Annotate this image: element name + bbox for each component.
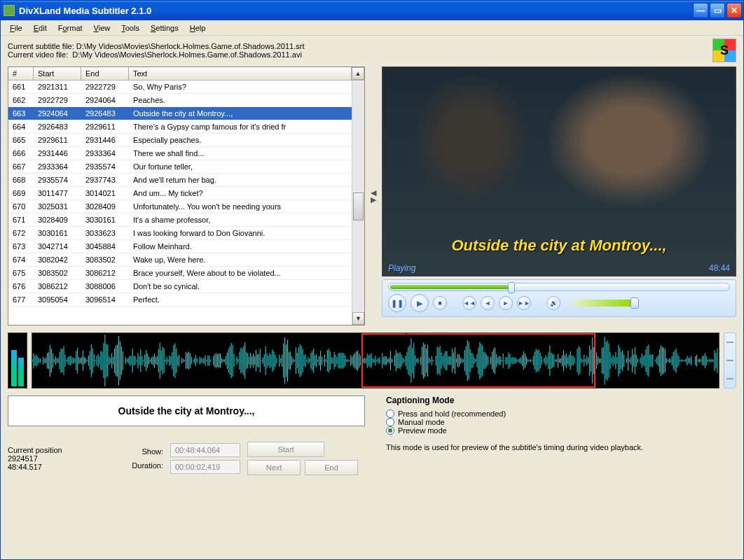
start-button[interactable]: Start — [247, 442, 324, 457]
cell-end: 3083502 — [81, 253, 129, 266]
seek-bar[interactable] — [388, 283, 730, 291]
titlebar[interactable]: DivXLand Media Subtitler 2.1.0 — ▭ ✕ — [1, 1, 743, 20]
pause-button[interactable]: ❚❚ — [388, 294, 406, 312]
prev-button[interactable]: ◄◄ — [462, 296, 476, 310]
menu-format[interactable]: Format — [53, 22, 88, 34]
waveform-cursor-icon — [403, 332, 410, 335]
subtitle-editor[interactable]: Outside the city at Montroy..., — [8, 396, 365, 426]
duration-input[interactable]: 00:00:02,419 — [170, 460, 240, 474]
menu-file[interactable]: File — [5, 22, 27, 34]
cell-text: There we shall find... — [129, 147, 352, 160]
cell-end: 2933364 — [81, 147, 129, 160]
mute-button[interactable]: 🔊 — [546, 296, 560, 310]
cell-number: 670 — [8, 200, 34, 213]
table-row[interactable]: 67130284093030161It's a shame professor, — [8, 214, 352, 227]
col-text[interactable]: Text — [129, 67, 352, 80]
table-row[interactable]: 66529296112931446Especially peaches. — [8, 134, 352, 147]
fwd-button[interactable]: ► — [499, 296, 513, 310]
captioning-mode-heading: Captioning Mode — [386, 396, 736, 405]
minimize-button[interactable]: — — [693, 3, 708, 18]
cell-start: 3042714 — [34, 240, 81, 253]
close-button[interactable]: ✕ — [726, 3, 742, 18]
cell-number: 662 — [8, 94, 34, 106]
table-row[interactable]: 67330427143045884Follow Meinhard. — [8, 240, 352, 253]
back-button[interactable]: ◄ — [481, 296, 495, 310]
radio-dot-icon — [386, 426, 394, 435]
table-row[interactable]: 67730950543096514Perfect. — [8, 293, 352, 307]
cell-start: 3083502 — [34, 267, 81, 279]
cell-text: Perfect. — [129, 293, 352, 306]
playback-status: Playing — [388, 263, 415, 273]
menu-tools[interactable]: Tools — [116, 22, 144, 34]
scroll-thumb[interactable] — [353, 192, 364, 220]
duration-label: Duration: — [132, 461, 163, 470]
scroll-down-button[interactable]: ▼ — [352, 312, 364, 325]
cell-start: 2922729 — [34, 94, 81, 106]
cell-text: There's a Gypsy camp famous for it's dri… — [129, 120, 352, 133]
subtitle-table[interactable]: # Start End Text ▲ 66129213112922729So, … — [8, 66, 365, 326]
show-input[interactable]: 00:48:44,064 — [170, 443, 240, 457]
table-row[interactable]: 66829355742937743And we'll return her ba… — [8, 174, 352, 187]
menu-settings[interactable]: Settings — [146, 22, 184, 34]
col-start[interactable]: Start — [34, 67, 81, 80]
seek-thumb[interactable] — [508, 282, 515, 293]
menu-help[interactable]: Help — [185, 22, 211, 34]
cell-number: 661 — [8, 80, 34, 93]
volume-knob[interactable] — [631, 298, 639, 309]
radio-label: Preview mode — [398, 426, 447, 435]
table-body[interactable]: 66129213112922729So, Why Paris?662292272… — [8, 80, 352, 325]
table-row[interactable]: 67230301613033623I was looking forward t… — [8, 227, 352, 240]
col-number[interactable]: # — [8, 67, 34, 80]
cell-number: 677 — [8, 293, 34, 306]
scrollbar[interactable]: ▼ — [352, 80, 364, 325]
video-preview[interactable]: Outside the city at Montroy..., Playing … — [382, 66, 736, 276]
cell-end: 3030161 — [81, 214, 129, 226]
menu-edit[interactable]: Edit — [29, 22, 52, 34]
cell-start: 3086212 — [34, 280, 81, 293]
table-row[interactable]: 66229227292924064Peaches. — [8, 94, 352, 107]
table-row[interactable]: 66629314462933364There we shall find... — [8, 147, 352, 160]
table-row[interactable]: 66329240642926483Outside the city at Mon… — [8, 107, 352, 120]
cell-start: 2933364 — [34, 160, 81, 173]
cell-start: 2935574 — [34, 174, 81, 186]
table-row[interactable]: 67630862123088006Don't be so cynical. — [8, 280, 352, 293]
cell-start: 2929611 — [34, 134, 81, 146]
radio-label: Press and hold (recommended) — [398, 410, 506, 418]
cell-number: 669 — [8, 187, 34, 200]
table-row[interactable]: 66930114773014021And um... My ticket? — [8, 187, 352, 200]
waveform-zoom-handle[interactable] — [724, 332, 736, 388]
scroll-up-button[interactable]: ▲ — [352, 67, 364, 80]
splitter[interactable]: ◀ ▶ — [368, 66, 379, 326]
radio-dot-icon — [386, 418, 394, 426]
playback-time: 48:44 — [709, 263, 730, 273]
cell-end: 3088006 — [81, 280, 129, 293]
cell-number: 676 — [8, 280, 34, 293]
captioning-radio[interactable]: Manual mode — [386, 418, 736, 426]
stop-button[interactable]: ■ — [433, 296, 447, 310]
volume-slider[interactable] — [573, 300, 636, 307]
seek-fill — [390, 285, 509, 289]
table-header: # Start End Text ▲ — [8, 67, 364, 80]
menu-view[interactable]: View — [89, 22, 116, 34]
next-button-editor[interactable]: Next — [247, 460, 301, 475]
next-button[interactable]: ►► — [517, 296, 531, 310]
cell-number: 667 — [8, 160, 34, 173]
maximize-button[interactable]: ▭ — [710, 3, 725, 18]
table-row[interactable]: 67530835023086212Brace yourself, Were ab… — [8, 267, 352, 280]
table-row[interactable]: 66129213112922729So, Why Paris? — [8, 80, 352, 94]
waveform[interactable] — [32, 332, 719, 388]
table-row[interactable]: 66729333642935574Our fortune teller, — [8, 160, 352, 174]
subtitle-file-line: Current subtitle file: D:\My Videos\Movi… — [8, 42, 304, 50]
col-end[interactable]: End — [81, 67, 129, 80]
captioning-radio[interactable]: Press and hold (recommended) — [386, 410, 736, 418]
brand-logo: S — [712, 38, 736, 62]
cell-text: And um... My ticket? — [129, 187, 352, 200]
table-row[interactable]: 67430820423083502Wake up, Were here. — [8, 253, 352, 267]
play-button[interactable]: ▶ — [411, 294, 429, 312]
video-file-line: Current video file: D:\My Videos\Movies\… — [8, 50, 304, 59]
table-row[interactable]: 66429264832929611There's a Gypsy camp fa… — [8, 120, 352, 134]
end-button[interactable]: End — [305, 460, 358, 475]
cell-end: 3045884 — [81, 240, 129, 253]
table-row[interactable]: 67030250313028409Unfortunately... You wo… — [8, 200, 352, 214]
captioning-radio[interactable]: Preview mode — [386, 426, 736, 435]
